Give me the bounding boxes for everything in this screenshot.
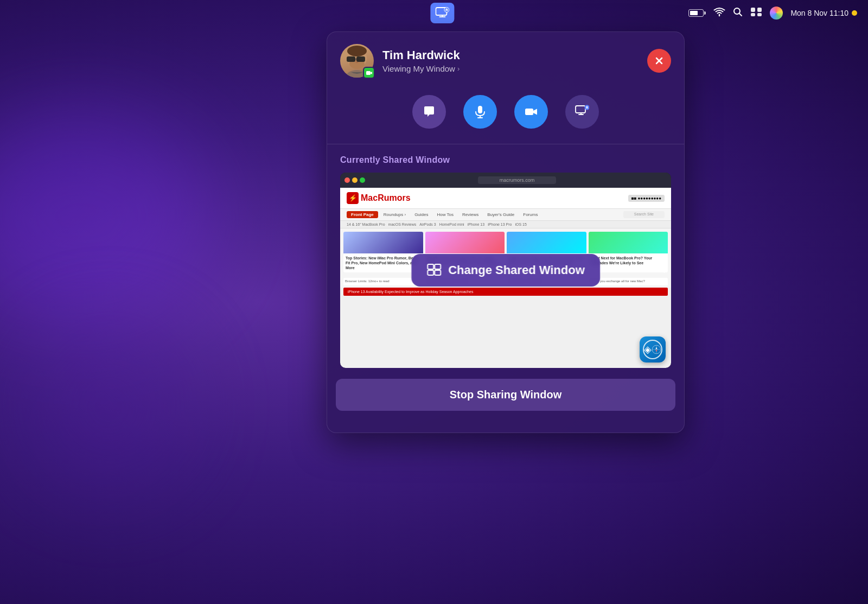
- stop-sharing-button[interactable]: Stop Sharing Window: [336, 379, 675, 411]
- facetime-badge: [363, 67, 375, 79]
- status-chevron: ›: [457, 65, 459, 73]
- close-dot: [344, 177, 350, 183]
- control-center-icon[interactable]: [750, 7, 762, 20]
- svg-rect-6: [757, 13, 762, 16]
- screen-share-button[interactable]: [565, 95, 599, 129]
- shared-section: Currently Shared Window macrumors.com ⚡ …: [327, 144, 684, 377]
- svg-rect-14: [366, 71, 371, 75]
- menubar-right-icons: Mon 8 Nov 11:10: [688, 7, 857, 20]
- screen-share-menubar-icon[interactable]: [430, 3, 454, 23]
- stop-sharing-label: Stop Sharing Window: [450, 389, 561, 400]
- avatar-wrapper: [340, 44, 374, 78]
- user-name: Tim Hardwick: [382, 48, 639, 62]
- svg-rect-10: [347, 56, 355, 62]
- svg-rect-29: [435, 270, 441, 275]
- nav-front-page: Front Page: [347, 211, 378, 218]
- maximize-dot: [360, 177, 365, 183]
- bg-decoration-1: [0, 109, 217, 326]
- user-info: Tim Hardwick Viewing My Window ›: [382, 48, 639, 73]
- svg-rect-3: [751, 8, 755, 12]
- svg-rect-5: [751, 13, 755, 16]
- minimize-dot: [352, 177, 358, 183]
- change-window-label: Change Shared Window: [448, 263, 585, 277]
- video-button[interactable]: [514, 95, 548, 129]
- siri-icon[interactable]: [770, 7, 783, 20]
- popup-header: Tim Hardwick Viewing My Window ›: [327, 32, 684, 90]
- datetime-dot: [852, 10, 857, 16]
- battery-icon: [688, 9, 706, 17]
- safari-icon: [640, 336, 666, 363]
- svg-rect-4: [757, 8, 762, 12]
- svg-rect-18: [525, 109, 533, 115]
- svg-rect-11: [356, 56, 365, 62]
- svg-rect-28: [435, 264, 441, 269]
- screenshare-popup: Tim Hardwick Viewing My Window ›: [327, 31, 685, 433]
- svg-rect-26: [427, 264, 433, 269]
- menubar: Mon 8 Nov 11:10: [0, 0, 868, 26]
- svg-rect-15: [478, 106, 482, 113]
- browser-titlebar: macrumors.com: [340, 173, 671, 188]
- change-shared-window-button[interactable]: Change Shared Window: [411, 254, 600, 287]
- svg-rect-19: [576, 106, 585, 113]
- change-window-icon: [426, 263, 442, 278]
- user-status[interactable]: Viewing My Window ›: [382, 64, 639, 73]
- message-button[interactable]: [412, 95, 446, 129]
- close-button[interactable]: [647, 49, 671, 73]
- wifi-icon: [713, 7, 725, 20]
- svg-rect-27: [427, 270, 433, 275]
- section-title: Currently Shared Window: [340, 155, 671, 165]
- preview-chevron: ›: [663, 265, 667, 276]
- controls-row: [327, 90, 684, 144]
- browser-preview[interactable]: macrumors.com ⚡ MacRumors ■■ ●●●●●●●●●: [340, 173, 671, 368]
- search-icon[interactable]: [733, 7, 743, 20]
- datetime: Mon 8 Nov 11:10: [790, 9, 857, 17]
- svg-point-8: [347, 46, 367, 56]
- microphone-button[interactable]: [463, 95, 497, 129]
- bg-decoration-2: [27, 326, 190, 488]
